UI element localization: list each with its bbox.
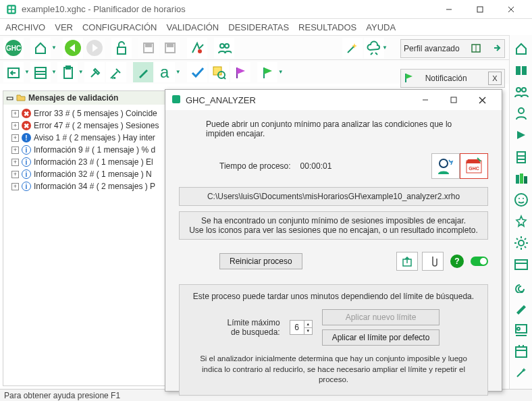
menu-archivo[interactable]: ARCHIVO <box>5 22 45 32</box>
sweep-icon[interactable] <box>106 62 126 82</box>
expand-icon[interactable]: + <box>11 159 19 166</box>
time-value: 00:00:01 <box>300 161 332 171</box>
rs-wand-icon[interactable] <box>512 363 531 382</box>
dialog-close[interactable] <box>468 90 496 110</box>
svg-text:GHC: GHC <box>6 45 21 52</box>
back-icon[interactable] <box>63 38 83 58</box>
err-icon: ✖ <box>22 109 31 118</box>
ghc-icon[interactable]: GHC <box>3 38 24 58</box>
attach-icon[interactable] <box>422 252 444 271</box>
menu-resultados[interactable]: RESULTADOS <box>298 22 356 32</box>
play-green-icon[interactable] <box>257 62 277 82</box>
spinner-down[interactable]: ▼ <box>304 327 312 335</box>
hammer-icon[interactable] <box>84 62 105 82</box>
open-ghc-icon[interactable]: GHC <box>460 153 488 179</box>
wizard-icon[interactable] <box>342 38 363 58</box>
collapse-icon[interactable]: ▭ <box>6 93 14 103</box>
rs-smile-icon[interactable] <box>512 190 531 209</box>
dialog-title: GHC_ANALYZER <box>186 95 256 105</box>
menu-ayuda[interactable]: AYUDA <box>366 22 396 32</box>
tree-item[interactable]: +iInformación 9 # ( 1 mensaje ) % d <box>5 144 169 156</box>
rs-card-icon[interactable] <box>512 255 531 274</box>
apply-default-limit-button[interactable]: Aplicar el límite por defecto <box>322 329 440 346</box>
menu-desideratas[interactable]: DESIDERATAS <box>228 22 289 32</box>
save-as-icon[interactable] <box>160 38 180 58</box>
run-icon[interactable] <box>187 38 207 58</box>
expand-icon[interactable]: + <box>11 183 19 190</box>
arrow-right-icon[interactable] <box>492 43 502 55</box>
rs-building-icon[interactable] <box>512 147 531 166</box>
rs-user-icon[interactable] <box>512 104 531 123</box>
menu-ver[interactable]: VER <box>55 22 73 32</box>
rs-spiral-icon[interactable] <box>512 277 531 296</box>
apply-new-limit-button[interactable]: Aplicar nuevo límite <box>322 309 440 325</box>
people-icon[interactable] <box>214 38 234 58</box>
svg-rect-13 <box>117 47 126 54</box>
svg-text:GHC: GHC <box>469 166 479 171</box>
close-button[interactable] <box>496 0 527 19</box>
profile-selector[interactable]: Perfil avanzado <box>400 39 505 58</box>
rs-pencil-icon[interactable] <box>512 298 531 317</box>
rs-gear-icon[interactable] <box>512 234 531 252</box>
check-icon[interactable] <box>187 62 207 82</box>
svg-rect-61 <box>172 95 180 103</box>
tree-item[interactable]: +✖Error 33 # ( 5 mensajes ) Coincide <box>5 107 169 119</box>
expand-icon[interactable]: + <box>11 171 19 178</box>
rs-screen-icon[interactable] <box>512 320 531 339</box>
rs-book-icon[interactable] <box>512 61 531 80</box>
tree-item[interactable]: +✖Error 47 # ( 2 mensajes ) Sesiones <box>5 119 169 132</box>
maximize-button[interactable] <box>464 0 496 19</box>
grid-back-icon[interactable] <box>3 62 24 82</box>
toggle-switch[interactable] <box>471 257 488 266</box>
rs-star-icon[interactable] <box>512 212 531 231</box>
unlock-icon[interactable] <box>111 38 132 58</box>
limit-spinner[interactable]: 6 ▲▼ <box>290 320 313 335</box>
expand-icon[interactable]: + <box>11 134 19 142</box>
magnify-grid-icon[interactable] <box>209 62 229 82</box>
export-up-icon[interactable] <box>396 252 418 271</box>
analyzer-dialog: GHC_ANALYZER Puede abrir un conjunto mín… <box>165 89 502 392</box>
home-icon[interactable] <box>30 38 51 58</box>
tree-item[interactable]: +!Aviso 1 # ( 2 mensajes ) Hay inter <box>5 132 169 144</box>
rs-people-icon[interactable] <box>512 82 531 101</box>
limit-panel: Este proceso puede tardar unos minutos d… <box>179 284 488 396</box>
tree-item[interactable]: +iInformación 32 # ( 1 mensaje ) N <box>5 168 169 180</box>
menu-validacion[interactable]: VALIDACIÓN <box>166 22 219 32</box>
expand-icon[interactable]: + <box>11 122 19 130</box>
rs-arrow-icon[interactable] <box>512 126 531 144</box>
svg-rect-6 <box>477 7 483 12</box>
svg-rect-57 <box>516 347 527 357</box>
play-flag-icon[interactable] <box>230 62 250 82</box>
expand-icon[interactable]: + <box>11 110 19 117</box>
result-message: Se ha encontrado un conjunto mínimo de s… <box>179 211 488 240</box>
rs-books-icon[interactable] <box>512 169 531 188</box>
warn-icon: ! <box>22 133 31 142</box>
grid-list-icon[interactable] <box>30 62 51 82</box>
forward-icon[interactable] <box>84 38 105 58</box>
tree-item[interactable]: +iInformación 23 # ( 1 mensaje ) El <box>5 156 169 168</box>
dialog-minimize[interactable] <box>411 90 440 110</box>
rs-home-icon[interactable] <box>512 39 531 58</box>
svg-line-51 <box>525 238 526 240</box>
minimize-button[interactable] <box>433 0 464 19</box>
open-profile-icon[interactable] <box>431 153 460 179</box>
clipboard-icon[interactable] <box>57 62 78 82</box>
tree-header: ▭ Mensajes de validación <box>3 91 171 105</box>
dropdown-caret-2[interactable]: ▼ <box>382 45 388 51</box>
dropdown-caret[interactable]: ▼ <box>51 45 57 51</box>
restart-button[interactable]: Reiniciar proceso <box>219 253 302 269</box>
letter-a-icon[interactable]: a <box>155 62 175 82</box>
help-icon[interactable]: ? <box>450 255 464 268</box>
notification-bar: Notificación X <box>400 69 505 88</box>
spinner-up[interactable]: ▲ <box>304 321 312 327</box>
save-icon[interactable] <box>138 38 159 58</box>
notification-close[interactable]: X <box>488 72 502 85</box>
rs-calendar-icon[interactable] <box>512 342 531 360</box>
menu-configuracion[interactable]: CONFIGURACIÓN <box>82 22 157 32</box>
cloud-sync-icon[interactable] <box>364 38 384 58</box>
dialog-maximize[interactable] <box>440 90 468 110</box>
tree-item[interactable]: +iInformación 34 # ( 2 mensajes ) P <box>5 180 169 192</box>
expand-icon[interactable]: + <box>11 146 19 154</box>
pen-selected-icon[interactable] <box>133 62 153 82</box>
svg-rect-15 <box>146 43 151 47</box>
